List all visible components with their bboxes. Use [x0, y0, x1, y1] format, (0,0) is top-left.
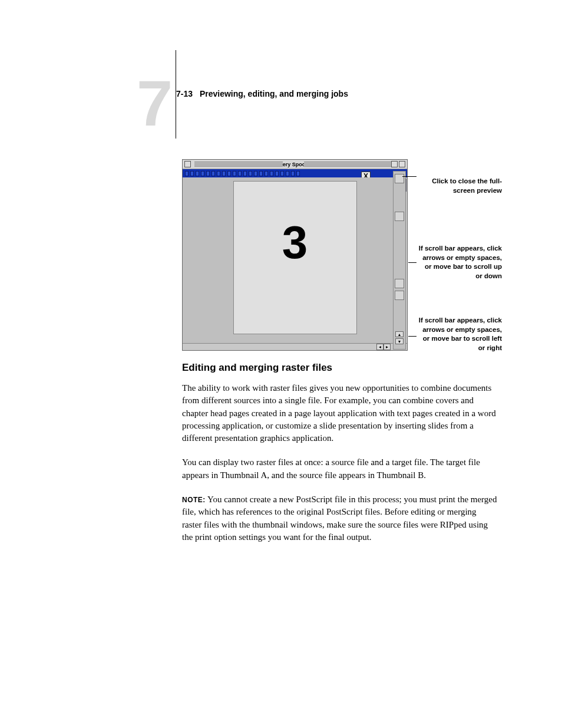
zoom-in-icon[interactable]: ▴ [395, 331, 404, 337]
toolbar [183, 169, 407, 177]
toolbar-slot[interactable] [259, 171, 263, 176]
titlebar-texture [304, 162, 392, 167]
app-window: Fiery Spooler [182, 159, 408, 351]
tool-icon[interactable] [395, 212, 404, 221]
note-paragraph: NOTE: You cannot create a new PostScript… [182, 493, 497, 543]
zoom-controls: ▴ ▾ [395, 331, 404, 345]
body-content: Editing and merging raster files The abi… [182, 362, 497, 555]
note-label: NOTE: [182, 496, 206, 504]
callout-hscroll: If scroll bar appears, click arrows or e… [416, 316, 502, 353]
toolbar-slot[interactable] [190, 171, 194, 176]
callout-leader [408, 336, 416, 337]
toolbar-slot[interactable] [217, 171, 220, 176]
page-number: 7-13 [176, 89, 193, 98]
tool-icon[interactable] [395, 279, 404, 288]
toolbar-slot[interactable] [296, 171, 300, 176]
body-paragraph: The ability to work with raster files gi… [182, 382, 497, 444]
toolbar-slot[interactable] [206, 171, 210, 176]
toolbar-slot[interactable] [265, 171, 268, 176]
window-zoom-box[interactable] [391, 161, 398, 167]
toolbar-slot[interactable] [211, 171, 215, 176]
titlebar-texture [194, 162, 283, 167]
scroll-left-arrow-icon[interactable]: ◂ [376, 344, 384, 350]
toolbar-slot[interactable] [227, 171, 231, 176]
toolbar-slot[interactable] [185, 171, 189, 176]
toolbar-slot[interactable] [249, 171, 252, 176]
toolbar-slot[interactable] [254, 171, 257, 176]
figure-fiery-spooler: Fiery Spooler [182, 159, 512, 354]
toolbar-slot[interactable] [286, 171, 289, 176]
toolbar-slot[interactable] [201, 171, 204, 176]
callout-vscroll: If scroll bar appears, click arrows or e… [416, 244, 502, 281]
zoom-out-icon[interactable]: ▾ [395, 338, 404, 344]
callout-leader [408, 262, 416, 263]
toolbar-slot[interactable] [238, 171, 242, 176]
toolbar-slot[interactable] [270, 171, 273, 176]
note-text: You cannot create a new PostScript file … [182, 495, 497, 542]
preview-page: 3 [233, 181, 357, 334]
body-paragraph: You can display two raster files at once… [182, 456, 497, 482]
preview-area: 3 [183, 177, 407, 343]
toolbar-slot[interactable] [291, 171, 295, 176]
side-tool-panel: ▴ ▾ [393, 171, 406, 350]
tool-icon[interactable] [395, 174, 404, 183]
toolbar-slot[interactable] [233, 171, 236, 176]
horizontal-scrollbar[interactable]: ◂ ▸ [183, 343, 407, 350]
callout-leader [402, 176, 416, 177]
chapter-number-large: 7 [137, 71, 170, 136]
page-header: 7-13 Previewing, editing, and merging jo… [176, 89, 348, 98]
preview-page-number: 3 [282, 216, 308, 269]
toolbar-slot[interactable] [243, 171, 247, 176]
toolbar-slot[interactable] [196, 171, 199, 176]
toolbar-slot[interactable] [222, 171, 226, 176]
scroll-right-arrow-icon[interactable]: ▸ [384, 344, 391, 350]
window-collapse-box[interactable] [399, 161, 405, 167]
running-head: Previewing, editing, and merging jobs [200, 89, 348, 98]
window-titlebar[interactable]: Fiery Spooler [183, 160, 407, 169]
toolbar-slot[interactable] [280, 171, 284, 176]
section-heading: Editing and merging raster files [182, 362, 497, 374]
toolbar-slot[interactable] [275, 171, 279, 176]
window-close-box[interactable] [184, 161, 191, 167]
tool-icon[interactable] [395, 291, 404, 300]
callout-close: Click to close the full-screen preview [416, 177, 502, 195]
